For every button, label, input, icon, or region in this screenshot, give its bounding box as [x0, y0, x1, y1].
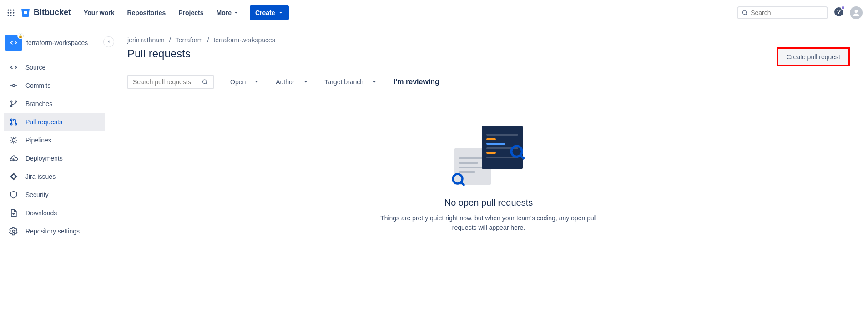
pr-search[interactable]	[127, 75, 214, 89]
svg-point-21	[10, 123, 12, 125]
svg-point-23	[12, 139, 15, 142]
sidebar-item-deployments[interactable]: Deployments	[4, 149, 105, 167]
collapse-sidebar-button[interactable]	[103, 36, 114, 47]
sidebar-item-label: Source	[25, 64, 45, 71]
sidebar-item-label: Commits	[25, 82, 50, 89]
product-name: Bitbucket	[34, 8, 71, 17]
chevron-down-icon	[303, 79, 308, 85]
svg-point-7	[10, 15, 11, 16]
sidebar-item-label: Security	[25, 191, 49, 198]
topbar-right: ?	[737, 6, 863, 19]
repo-avatar: 🔒	[5, 35, 22, 51]
nav-projects[interactable]: Projects	[173, 5, 209, 20]
filter-author-label: Author	[276, 78, 294, 86]
layout: 🔒 terraform-workspaces Source Commits Br…	[0, 25, 868, 324]
svg-point-27	[511, 146, 522, 157]
filter-author[interactable]: Author	[276, 78, 308, 86]
breadcrumb-owner[interactable]: jerin rathnam	[127, 36, 165, 44]
chevron-down-icon	[278, 10, 283, 15]
breadcrumb-sep: /	[169, 36, 171, 44]
pr-search-input[interactable]	[133, 78, 202, 86]
help-button[interactable]: ?	[833, 6, 844, 19]
main-content: jerin rathnam / Terraform / terraform-wo…	[109, 25, 868, 324]
svg-point-17	[10, 101, 12, 102]
svg-line-26	[206, 83, 207, 84]
create-pull-request-button[interactable]: Create pull request	[777, 47, 850, 66]
deployments-icon	[9, 154, 18, 163]
repo-header[interactable]: 🔒 terraform-workspaces	[4, 33, 105, 58]
nav-more[interactable]: More	[211, 5, 244, 20]
svg-point-22	[15, 123, 16, 125]
svg-point-25	[203, 80, 207, 84]
global-search[interactable]	[737, 6, 828, 19]
filter-target-branch[interactable]: Target branch	[325, 78, 378, 86]
svg-point-5	[13, 12, 14, 13]
sidebar-item-label: Pipelines	[25, 137, 51, 144]
svg-point-0	[8, 9, 9, 10]
svg-point-24	[13, 230, 15, 233]
pipelines-icon	[9, 136, 18, 145]
sidebar-item-label: Branches	[25, 100, 52, 107]
svg-line-28	[520, 155, 524, 159]
create-button[interactable]: Create	[250, 5, 289, 20]
app-switcher-icon[interactable]	[5, 7, 16, 18]
svg-line-30	[461, 182, 465, 186]
filter-reviewing[interactable]: I'm reviewing	[394, 78, 439, 86]
page-title: Pull requests	[127, 47, 191, 60]
svg-point-3	[8, 12, 9, 13]
filter-status[interactable]: Open	[230, 78, 259, 86]
person-icon	[852, 8, 861, 17]
sidebar-item-settings[interactable]: Repository settings	[4, 222, 105, 240]
empty-description: Things are pretty quiet right now, but w…	[379, 213, 598, 233]
page-header: Pull requests Create pull request	[127, 47, 850, 66]
sidebar-item-branches[interactable]: Branches	[4, 95, 105, 113]
pull-requests-icon	[9, 117, 18, 127]
search-icon	[202, 78, 208, 86]
svg-point-20	[10, 119, 12, 120]
bitbucket-logo[interactable]: Bitbucket	[20, 7, 71, 18]
bitbucket-icon	[20, 7, 31, 18]
sidebar-item-label: Deployments	[25, 155, 63, 162]
search-input[interactable]	[751, 9, 823, 16]
topbar: Bitbucket Your work Repositories Project…	[0, 0, 868, 25]
shield-icon	[9, 190, 18, 199]
repo-name: terraform-workspaces	[26, 39, 88, 46]
svg-line-10	[746, 14, 747, 15]
empty-title: No open pull requests	[127, 197, 850, 208]
magnifier-icon	[451, 172, 467, 188]
sidebar-item-commits[interactable]: Commits	[4, 76, 105, 95]
breadcrumb: jerin rathnam / Terraform / terraform-wo…	[127, 36, 850, 44]
filters: Open Author Target branch I'm reviewing	[127, 75, 850, 89]
svg-point-18	[15, 101, 16, 102]
breadcrumb-project[interactable]: Terraform	[176, 36, 203, 44]
filter-target-label: Target branch	[325, 78, 364, 86]
svg-point-1	[10, 9, 11, 10]
svg-point-14	[13, 85, 15, 87]
chevron-down-icon	[233, 10, 239, 15]
sidebar-item-source[interactable]: Source	[4, 58, 105, 76]
downloads-icon	[9, 208, 18, 218]
sidebar-item-label: Repository settings	[25, 228, 80, 235]
nav-repositories[interactable]: Repositories	[121, 5, 171, 20]
sidebar-item-jira[interactable]: Jira issues	[4, 167, 105, 186]
nav-your-work[interactable]: Your work	[78, 5, 120, 20]
code-icon	[9, 38, 18, 47]
lock-icon: 🔒	[17, 33, 24, 39]
svg-point-6	[8, 15, 9, 16]
source-icon	[9, 63, 18, 72]
gear-icon	[9, 227, 18, 236]
notification-badge	[841, 5, 845, 10]
empty-state: No open pull requests Things are pretty …	[127, 126, 850, 233]
filter-status-label: Open	[230, 78, 246, 86]
sidebar: 🔒 terraform-workspaces Source Commits Br…	[0, 25, 109, 324]
sidebar-item-pull-requests[interactable]: Pull requests	[4, 113, 105, 131]
search-icon	[742, 9, 748, 16]
chevron-down-icon	[372, 79, 377, 85]
avatar[interactable]	[850, 6, 863, 19]
svg-point-29	[453, 174, 463, 184]
breadcrumb-repo[interactable]: terraform-workspaces	[213, 36, 275, 44]
sidebar-item-security[interactable]: Security	[4, 186, 105, 204]
svg-point-2	[13, 9, 14, 10]
sidebar-item-pipelines[interactable]: Pipelines	[4, 131, 105, 149]
sidebar-item-downloads[interactable]: Downloads	[4, 204, 105, 222]
